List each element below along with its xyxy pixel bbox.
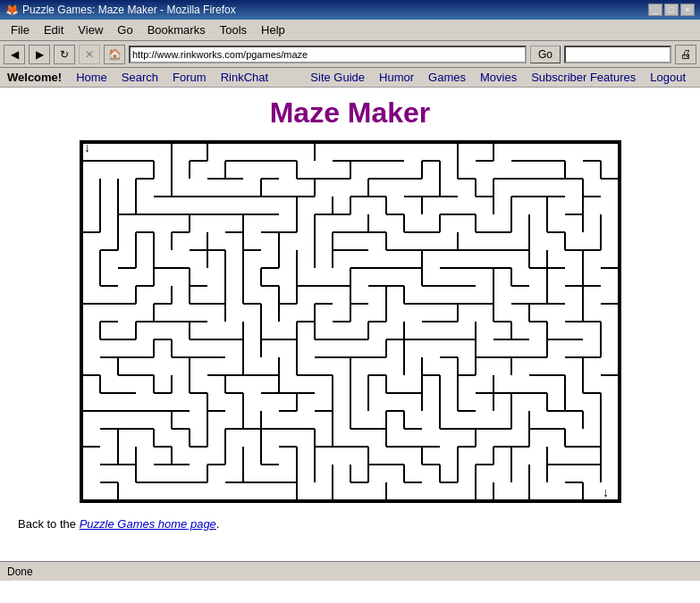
maximize-button[interactable]: □ (664, 4, 679, 16)
status-text: Done (7, 565, 33, 578)
nav-search[interactable]: Search (114, 70, 165, 85)
back-period: . (216, 517, 220, 531)
menu-view[interactable]: View (71, 21, 110, 38)
address-bar: Go (129, 46, 561, 63)
maze-canvas (80, 140, 621, 503)
nav-welcome: Welcome! (7, 71, 62, 84)
stop-button[interactable]: ✕ (79, 45, 100, 64)
nav-logout[interactable]: Logout (643, 70, 693, 85)
window-controls[interactable]: _ □ × (648, 4, 695, 16)
menu-file[interactable]: File (4, 21, 37, 38)
nav-bar: Welcome! Home Search Forum RinkChat Site… (0, 68, 700, 88)
close-button[interactable]: × (680, 4, 695, 16)
back-text: Back to the (18, 517, 80, 531)
title-bar: 🦊 Puzzle Games: Maze Maker - Mozilla Fir… (0, 0, 700, 20)
window-title: Puzzle Games: Maze Maker - Mozilla Firef… (22, 4, 236, 16)
status-bar: Done (0, 561, 700, 581)
app-icon: 🦊 (5, 4, 19, 16)
back-button[interactable]: ◀ (4, 45, 25, 64)
print-button[interactable]: 🖨 (675, 45, 696, 64)
back-link-container: Back to the Puzzle Games home page. (18, 517, 682, 531)
address-input[interactable] (129, 46, 527, 63)
home-button[interactable]: 🏠 (104, 45, 125, 64)
main-content: Maze Maker Back to the Puzzle Games home… (0, 88, 700, 561)
nav-rinkchat[interactable]: RinkChat (214, 70, 275, 85)
menu-bar: File Edit View Go Bookmarks Tools Help (0, 20, 700, 41)
menu-edit[interactable]: Edit (37, 21, 71, 38)
nav-forum[interactable]: Forum (165, 70, 214, 85)
title-bar-left: 🦊 Puzzle Games: Maze Maker - Mozilla Fir… (5, 4, 236, 16)
nav-site-guide[interactable]: Site Guide (303, 70, 372, 85)
minimize-button[interactable]: _ (648, 4, 662, 16)
search-input[interactable] (564, 46, 671, 63)
nav-humor[interactable]: Humor (372, 70, 421, 85)
puzzle-games-link[interactable]: Puzzle Games home page (80, 517, 216, 531)
page-title: Maze Maker (18, 96, 682, 130)
menu-help[interactable]: Help (254, 21, 292, 38)
nav-movies[interactable]: Movies (473, 70, 524, 85)
go-button[interactable]: Go (530, 46, 561, 63)
reload-button[interactable]: ↻ (54, 45, 75, 64)
forward-button[interactable]: ▶ (29, 45, 50, 64)
maze-container (18, 140, 682, 503)
nav-games[interactable]: Games (421, 70, 473, 85)
nav-subscriber-features[interactable]: Subscriber Features (524, 70, 643, 85)
menu-bookmarks[interactable]: Bookmarks (140, 21, 213, 38)
menu-go[interactable]: Go (110, 21, 139, 38)
nav-home[interactable]: Home (69, 70, 114, 85)
toolbar: ◀ ▶ ↻ ✕ 🏠 Go 🖨 (0, 41, 700, 68)
menu-tools[interactable]: Tools (213, 21, 254, 38)
